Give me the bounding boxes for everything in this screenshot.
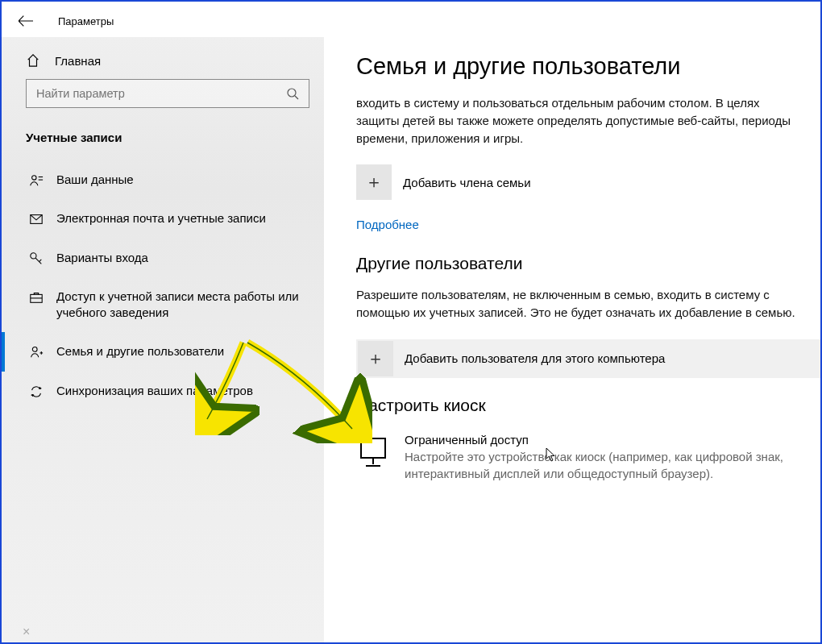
more-link[interactable]: Подробнее [356,218,796,231]
key-icon [29,251,44,266]
sidebar-item-label: Синхронизация ваших параметров [56,383,253,399]
sidebar-item-family[interactable]: Семья и другие пользователи [2,332,324,371]
sidebar-item-label: Ваши данные [56,172,134,188]
add-family-label: Добавить члена семьи [403,176,531,189]
plus-icon: ＋ [356,164,392,200]
sidebar-item-label: Семья и другие пользователи [56,343,224,359]
home-nav[interactable]: Главная [2,45,324,79]
svg-line-8 [39,259,42,261]
home-icon [26,53,40,68]
sidebar-item-sync[interactable]: Синхронизация ваших параметров [2,372,324,410]
person-icon [29,173,44,188]
kiosk-heading: Настроить киоск [356,396,796,415]
sidebar-item-email[interactable]: Электронная почта и учетные записи [2,199,324,238]
plus-icon: ＋ [358,341,393,376]
mail-icon [29,212,44,226]
family-icon [29,345,44,359]
sidebar-item-workplace[interactable]: Доступ к учетной записи места работы или… [2,277,324,333]
sidebar-item-label: Электронная почта и учетные записи [56,210,266,226]
back-button[interactable] [18,13,34,29]
app-title: Параметры [58,15,114,27]
page-title: Семья и другие пользователи [356,53,796,80]
sidebar-item-signin[interactable]: Варианты входа [2,239,324,277]
family-description: входить в систему и пользоваться отдельн… [356,94,796,147]
kiosk-icon [356,435,390,469]
svg-line-1 [295,96,298,99]
add-other-label: Добавить пользователя для этого компьюте… [405,351,665,365]
content-pane: Семья и другие пользователи входить в си… [324,37,820,642]
svg-rect-14 [361,438,385,458]
sidebar: Главная Учетные записи Ваши данные [2,37,324,642]
sync-icon [29,384,44,399]
svg-point-6 [31,252,36,258]
add-other-user-row[interactable]: ＋ Добавить пользователя для этого компью… [356,339,820,378]
svg-point-11 [32,347,37,352]
svg-point-2 [32,176,36,180]
sidebar-item-label: Доступ к учетной записи места работы или… [56,289,309,322]
svg-point-0 [288,89,296,97]
close-stray-icon: × [23,625,30,639]
kiosk-title: Ограниченный доступ [405,433,796,447]
kiosk-row[interactable]: Ограниченный доступ Настройте это устрой… [356,433,796,482]
home-label: Главная [55,54,101,68]
kiosk-description: Настройте это устройство как киоск (напр… [405,448,796,482]
section-title: Учетные записи [2,108,324,149]
sidebar-item-your-info[interactable]: Ваши данные [2,160,324,199]
search-input[interactable] [26,79,309,108]
search-field[interactable] [36,87,280,100]
other-users-description: Разрешите пользователям, не включенным в… [356,286,796,322]
add-family-row[interactable]: ＋ Добавить члена семьи [356,164,796,200]
sidebar-item-label: Варианты входа [56,250,148,266]
search-icon [286,87,299,100]
other-users-heading: Другие пользователи [356,254,796,273]
briefcase-icon [29,290,44,305]
